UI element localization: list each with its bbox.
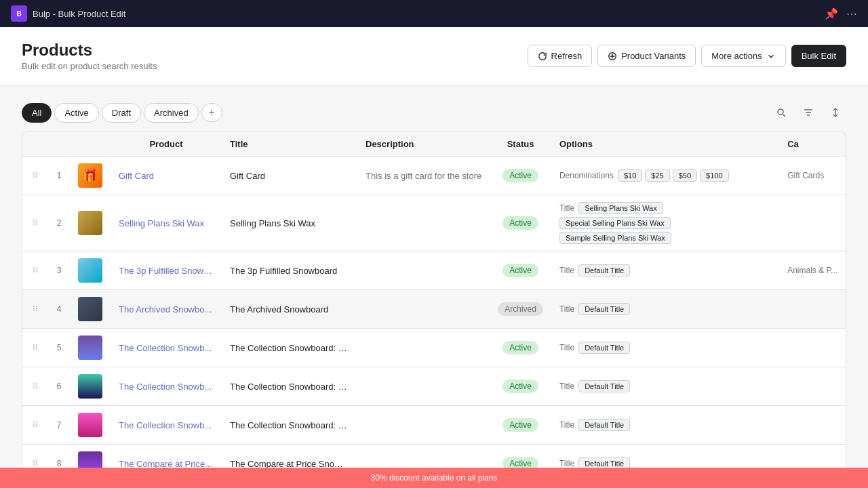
status-badge: Active [502, 216, 538, 230]
svg-point-11 [33, 176, 35, 177]
product-link[interactable]: The Collection Snowb... [119, 382, 214, 392]
refresh-button[interactable]: Refresh [528, 45, 593, 67]
svg-point-14 [36, 219, 37, 220]
option-tag: $10 [618, 169, 642, 182]
svg-point-20 [36, 266, 37, 268]
product-category-cell: Gift Cards [779, 157, 846, 195]
product-link[interactable]: Gift Card [119, 171, 214, 181]
row-number: 7 [48, 406, 70, 445]
col-status-header: Status [490, 132, 551, 157]
status-badge: Active [502, 264, 538, 277]
svg-point-53 [33, 464, 35, 465]
products-table: Product Title Description Status Options… [22, 132, 846, 483]
product-image [70, 406, 111, 445]
drag-handle[interactable] [22, 195, 48, 251]
more-actions-button[interactable]: More actions [701, 45, 785, 67]
product-link[interactable]: Selling Plans Ski Wax [119, 218, 214, 228]
product-name-cell: The Archived Snowbo... [111, 290, 222, 329]
svg-point-33 [33, 346, 35, 347]
product-options-cell: TitleDefault Title [551, 251, 779, 290]
svg-point-48 [36, 425, 37, 426]
drag-handle[interactable] [22, 251, 48, 290]
product-description-cell [357, 367, 490, 406]
product-description-cell [357, 406, 490, 445]
product-status-cell: Active [490, 329, 551, 367]
product-options-cell: TitleDefault Title [551, 367, 779, 406]
svg-point-22 [36, 268, 37, 270]
drag-handle[interactable] [22, 157, 48, 195]
svg-point-21 [33, 268, 35, 270]
options-label: Denominations [559, 171, 614, 180]
svg-point-31 [33, 344, 35, 345]
drag-handle[interactable] [22, 329, 48, 367]
svg-point-37 [33, 382, 35, 384]
product-description-cell [357, 195, 490, 251]
product-link[interactable]: The 3p Fulfilled Snowb... [119, 266, 214, 276]
menu-icon[interactable]: ⋯ [846, 7, 857, 20]
option-tag: Sample Selling Plans Ski Wax [559, 232, 671, 244]
svg-point-46 [36, 423, 37, 424]
product-title-cell: Selling Plans Ski Wax [222, 195, 357, 251]
drag-icon [31, 265, 40, 274]
bulk-edit-button[interactable]: Bulk Edit [791, 45, 846, 67]
product-name-cell: The Collection Snowb... [111, 367, 222, 406]
product-category-cell [779, 195, 846, 251]
table-row: 7The Collection Snowb...The Collection S… [22, 406, 846, 445]
table-row: 4The Archived Snowbo...The Archived Snow… [22, 290, 846, 329]
product-title-cell: The Archived Snowboard [222, 290, 357, 329]
table-row: 6The Collection Snowb...The Collection S… [22, 367, 846, 406]
sort-icon [830, 107, 841, 118]
svg-point-32 [36, 344, 37, 345]
pin-icon[interactable]: 📌 [825, 7, 838, 20]
option-tag: Default Title [578, 264, 630, 277]
col-product-header: Product [111, 132, 222, 157]
filter-icons [770, 102, 846, 123]
filter-button[interactable] [797, 102, 819, 123]
tab-draft[interactable]: Draft [102, 103, 141, 123]
product-title-cell: The 3p Fulfilled Snowboard [222, 251, 357, 290]
status-badge: Active [502, 169, 538, 182]
drag-handle[interactable] [22, 406, 48, 445]
tab-archived[interactable]: Archived [144, 103, 199, 123]
product-link[interactable]: The Collection Snowb... [119, 420, 214, 430]
app-logo: B [11, 5, 27, 22]
options-prefix-label: Title [559, 304, 574, 314]
svg-point-7 [33, 171, 35, 173]
drag-handle[interactable] [22, 367, 48, 406]
svg-point-43 [33, 421, 35, 422]
product-options-cell: TitleSelling Plans Ski WaxSpecial Sellin… [551, 195, 779, 251]
product-link[interactable]: The Archived Snowbo... [119, 304, 214, 314]
search-button[interactable] [770, 102, 792, 123]
product-title-cell: The Collection Snowboard: H... [222, 329, 357, 367]
svg-point-44 [36, 421, 37, 422]
product-image: 🎁 [70, 157, 111, 195]
tab-add-button[interactable]: + [201, 103, 222, 122]
svg-point-39 [33, 384, 35, 386]
row-number: 5 [48, 329, 70, 367]
option-tag: $50 [673, 169, 697, 182]
product-name-cell: The Collection Snowb... [111, 406, 222, 445]
svg-point-54 [36, 464, 37, 465]
product-description-cell [357, 251, 490, 290]
tab-all[interactable]: All [22, 103, 52, 123]
option-tag: Special Selling Plans Ski Wax [559, 217, 671, 229]
svg-point-52 [36, 462, 37, 463]
options-prefix-label: Title [559, 203, 574, 213]
svg-point-40 [36, 384, 37, 386]
option-tag: Default Title [578, 380, 630, 392]
topbar: B Bulp - Bulk Product Edit 📌 ⋯ [0, 0, 868, 27]
product-status-cell: Archived [490, 290, 551, 329]
tab-active[interactable]: Active [54, 103, 98, 123]
sort-button[interactable] [825, 102, 846, 123]
status-badge: Active [502, 341, 538, 354]
product-link[interactable]: The Collection Snowb... [119, 343, 214, 353]
app-title: Bulp - Bulk Product Edit [33, 9, 125, 19]
filter-icon [803, 107, 814, 118]
drag-handle[interactable] [22, 290, 48, 329]
row-number: 3 [48, 251, 70, 290]
product-variants-button[interactable]: Product Variants [597, 45, 696, 67]
svg-point-18 [36, 223, 37, 224]
drag-icon [31, 381, 40, 390]
options-prefix-label: Title [559, 459, 574, 468]
option-tag: $100 [700, 169, 728, 182]
